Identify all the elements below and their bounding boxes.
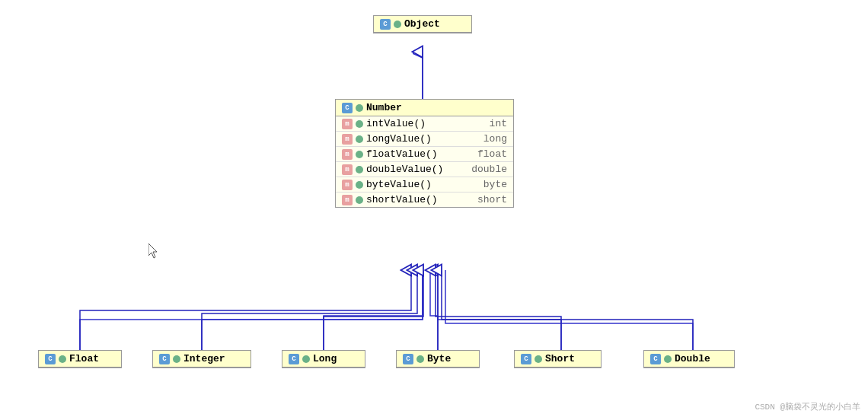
method-icon-s6 [356, 196, 363, 204]
short-class-header: C Short [515, 351, 601, 368]
double-class: C Double [643, 350, 735, 368]
method-name-bytevalue: byteValue() [366, 179, 477, 190]
number-class: C Number m intValue() int m longValue() … [335, 99, 514, 208]
watermark: CSDN @脑袋不灵光的小白羊 [755, 401, 860, 412]
diagram-container: C Object C Number m intValue() int m lon… [0, 0, 868, 420]
method-icon-m4: m [342, 164, 353, 175]
mouse-cursor [148, 243, 158, 257]
object-class-icon2 [394, 21, 401, 28]
long-class-icon: C [289, 354, 299, 364]
method-doublevalue: m doubleValue() double [336, 162, 513, 177]
method-return-intvalue: int [490, 118, 507, 129]
number-class-header: C Number [336, 100, 513, 116]
float-class-icon: C [45, 354, 56, 364]
short-class-name: Short [545, 353, 575, 364]
double-class-icon: C [650, 354, 661, 364]
method-intvalue: m intValue() int [336, 116, 513, 132]
number-class-icon2 [356, 104, 363, 112]
short-class-icon: C [521, 354, 531, 364]
method-return-floatvalue: float [477, 148, 507, 160]
number-class-body: m intValue() int m longValue() long m fl… [336, 116, 513, 207]
float-class-header: C Float [39, 351, 121, 368]
integer-class-header: C Integer [153, 351, 251, 368]
method-icon-m: m [342, 119, 353, 129]
method-name-intvalue: intValue() [366, 118, 483, 129]
object-class: C Object [373, 15, 472, 33]
byte-class-icon: C [403, 354, 413, 364]
float-class: C Float [38, 350, 122, 368]
method-longvalue: m longValue() long [336, 132, 513, 147]
method-icon-s3 [356, 151, 363, 158]
method-icon-s4 [356, 166, 363, 173]
float-class-name: Float [69, 353, 99, 364]
method-icon-s [356, 120, 363, 128]
method-floatvalue: m floatValue() float [336, 147, 513, 162]
byte-class-name: Byte [427, 353, 451, 364]
method-icon-s2 [356, 135, 363, 143]
method-name-longvalue: longValue() [366, 133, 477, 145]
method-return-longvalue: long [483, 133, 507, 145]
svg-marker-3 [148, 243, 157, 258]
method-icon-m2: m [342, 134, 353, 145]
method-icon-m3: m [342, 149, 353, 160]
method-name-floatvalue: floatValue() [366, 148, 471, 160]
long-class-name: Long [313, 353, 337, 364]
method-return-doublevalue: double [471, 164, 507, 175]
long-class: C Long [282, 350, 365, 368]
method-shortvalue: m shortValue() short [336, 192, 513, 207]
method-icon-s5 [356, 181, 363, 189]
integer-class-icon: C [159, 354, 170, 364]
object-class-icon: C [380, 19, 391, 30]
integer-class-name: Integer [183, 353, 225, 364]
long-class-header: C Long [282, 351, 365, 368]
byte-class: C Byte [396, 350, 480, 368]
method-icon-m5: m [342, 180, 353, 190]
double-class-header: C Double [644, 351, 734, 368]
short-class: C Short [514, 350, 602, 368]
method-return-shortvalue: short [477, 194, 507, 205]
float-class-icon2 [59, 355, 66, 363]
method-bytevalue: m byteValue() byte [336, 177, 513, 192]
method-icon-m6: m [342, 195, 353, 205]
double-class-name: Double [675, 353, 710, 364]
method-return-bytevalue: byte [483, 179, 507, 190]
number-class-name: Number [366, 102, 402, 113]
object-class-name: Object [404, 18, 440, 30]
method-name-doublevalue: doubleValue() [366, 164, 465, 175]
byte-class-icon2 [416, 355, 424, 363]
number-class-icon: C [342, 103, 353, 113]
short-class-icon2 [535, 355, 542, 363]
integer-class: C Integer [152, 350, 251, 368]
method-name-shortvalue: shortValue() [366, 194, 471, 205]
long-class-icon2 [302, 355, 310, 363]
object-class-header: C Object [374, 16, 471, 33]
double-class-icon2 [664, 355, 672, 363]
byte-class-header: C Byte [397, 351, 479, 368]
integer-class-icon2 [173, 355, 180, 363]
